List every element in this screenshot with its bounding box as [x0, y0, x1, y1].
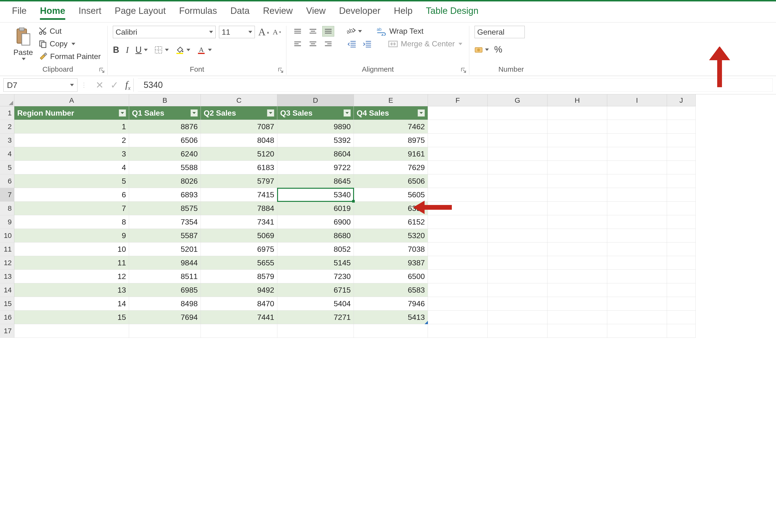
column-header-F[interactable]: F: [428, 94, 488, 106]
accounting-format-button[interactable]: [474, 46, 489, 54]
tab-file[interactable]: File: [12, 6, 26, 19]
column-header-D[interactable]: D: [277, 94, 354, 106]
cell-C17[interactable]: [201, 324, 277, 338]
select-all-corner[interactable]: [0, 94, 14, 106]
cell-F17[interactable]: [428, 324, 488, 338]
cell-B4[interactable]: 6240: [129, 147, 201, 161]
cell-E9[interactable]: 6152: [354, 215, 428, 229]
tab-data[interactable]: Data: [230, 6, 249, 19]
percent-button[interactable]: %: [494, 44, 502, 55]
cell-H15[interactable]: [548, 297, 607, 310]
cell-A14[interactable]: 13: [14, 283, 129, 297]
cell-A7[interactable]: 6: [14, 188, 129, 202]
worksheet[interactable]: 1234567891011121314151617 ABCDEFGHIJ Reg…: [0, 94, 776, 338]
cell-J5[interactable]: [667, 161, 696, 175]
cell-J6[interactable]: [667, 175, 696, 188]
cell-G12[interactable]: [488, 256, 548, 270]
cell-B2[interactable]: 8876: [129, 120, 201, 134]
dialog-launcher-icon[interactable]: [99, 67, 105, 73]
cell-C4[interactable]: 5120: [201, 147, 277, 161]
cell-D15[interactable]: 5404: [277, 297, 354, 310]
name-box[interactable]: D7: [3, 78, 77, 92]
cell-B13[interactable]: 8511: [129, 270, 201, 283]
cell-I5[interactable]: [607, 161, 667, 175]
cell-I16[interactable]: [607, 310, 667, 324]
cell-D7[interactable]: 5340: [277, 188, 354, 202]
cell-E15[interactable]: 7946: [354, 297, 428, 310]
cell-D6[interactable]: 8645: [277, 175, 354, 188]
cell-D16[interactable]: 7271: [277, 310, 354, 324]
cell-J7[interactable]: [667, 188, 696, 202]
paste-button[interactable]: Paste: [13, 27, 33, 60]
cell-I17[interactable]: [607, 324, 667, 338]
cell-B1[interactable]: Q1 Sales: [129, 106, 201, 120]
row-header-9[interactable]: 9: [0, 215, 14, 229]
cell-B6[interactable]: 8026: [129, 175, 201, 188]
cell-G9[interactable]: [488, 215, 548, 229]
cell-B7[interactable]: 6893: [129, 188, 201, 202]
cell-B8[interactable]: 8575: [129, 202, 201, 215]
tab-page-layout[interactable]: Page Layout: [115, 6, 166, 19]
column-header-C[interactable]: C: [201, 94, 277, 106]
cell-F16[interactable]: [428, 310, 488, 324]
bold-button[interactable]: B: [113, 45, 119, 55]
cell-G2[interactable]: [488, 120, 548, 134]
cell-G3[interactable]: [488, 134, 548, 147]
cell-A4[interactable]: 3: [14, 147, 129, 161]
cell-G6[interactable]: [488, 175, 548, 188]
row-header-4[interactable]: 4: [0, 147, 14, 161]
cell-A6[interactable]: 5: [14, 175, 129, 188]
cell-I2[interactable]: [607, 120, 667, 134]
dialog-launcher-icon[interactable]: [460, 67, 467, 73]
cell-F3[interactable]: [428, 134, 488, 147]
column-header-J[interactable]: J: [667, 94, 696, 106]
cell-F10[interactable]: [428, 229, 488, 242]
row-header-6[interactable]: 6: [0, 175, 14, 188]
cell-F14[interactable]: [428, 283, 488, 297]
column-header-I[interactable]: I: [607, 94, 667, 106]
cell-I12[interactable]: [607, 256, 667, 270]
cell-J3[interactable]: [667, 134, 696, 147]
cell-E14[interactable]: 6583: [354, 283, 428, 297]
enter-formula-button[interactable]: ✓: [111, 79, 119, 90]
cell-I4[interactable]: [607, 147, 667, 161]
row-header-14[interactable]: 14: [0, 283, 14, 297]
tab-help[interactable]: Help: [394, 6, 412, 19]
cell-I10[interactable]: [607, 229, 667, 242]
cell-C13[interactable]: 8579: [201, 270, 277, 283]
cell-H13[interactable]: [548, 270, 607, 283]
font-name-combo[interactable]: Calibri: [113, 26, 216, 38]
cell-E2[interactable]: 7462: [354, 120, 428, 134]
format-painter-button[interactable]: Format Painter: [37, 51, 102, 62]
cell-E17[interactable]: [354, 324, 428, 338]
row-header-2[interactable]: 2: [0, 120, 14, 134]
cell-F1[interactable]: [428, 106, 488, 120]
table-resize-handle[interactable]: [425, 321, 428, 324]
cell-A1[interactable]: Region Number: [14, 106, 129, 120]
cell-J15[interactable]: [667, 297, 696, 310]
cell-H17[interactable]: [548, 324, 607, 338]
cell-C2[interactable]: 7087: [201, 120, 277, 134]
tab-formulas[interactable]: Formulas: [179, 6, 217, 19]
cell-C5[interactable]: 6183: [201, 161, 277, 175]
cell-J10[interactable]: [667, 229, 696, 242]
filter-dropdown-icon[interactable]: [418, 109, 425, 116]
tab-review[interactable]: Review: [263, 6, 293, 19]
cell-A15[interactable]: 14: [14, 297, 129, 310]
cell-D8[interactable]: 6019: [277, 202, 354, 215]
cell-A16[interactable]: 15: [14, 310, 129, 324]
cell-F5[interactable]: [428, 161, 488, 175]
copy-button[interactable]: Copy: [37, 38, 102, 49]
cell-B16[interactable]: 7694: [129, 310, 201, 324]
cell-C15[interactable]: 8470: [201, 297, 277, 310]
column-header-H[interactable]: H: [548, 94, 607, 106]
cell-G15[interactable]: [488, 297, 548, 310]
cell-E12[interactable]: 9387: [354, 256, 428, 270]
cell-H12[interactable]: [548, 256, 607, 270]
cell-E6[interactable]: 6506: [354, 175, 428, 188]
cell-J1[interactable]: [667, 106, 696, 120]
cell-C11[interactable]: 6975: [201, 242, 277, 256]
cell-F4[interactable]: [428, 147, 488, 161]
cell-A5[interactable]: 4: [14, 161, 129, 175]
row-header-8[interactable]: 8: [0, 202, 14, 215]
